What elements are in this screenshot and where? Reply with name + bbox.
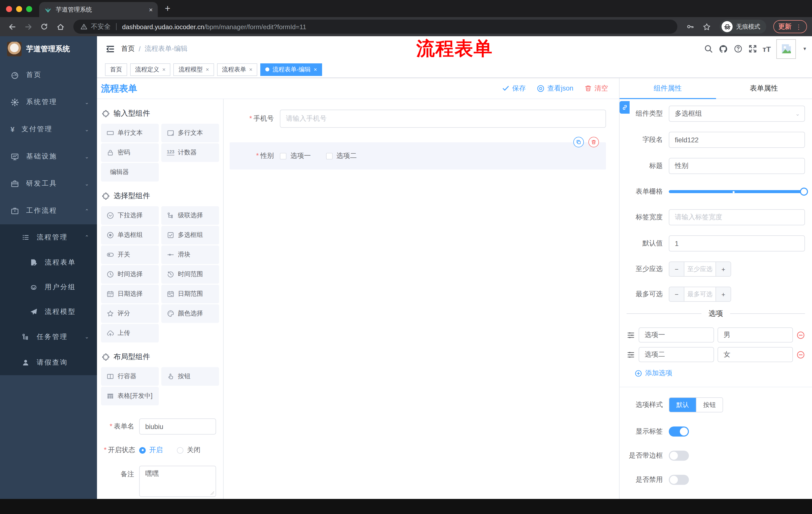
caret-down-icon[interactable]: ▼	[803, 46, 807, 51]
palette-item-时间范围[interactable]: 时间范围	[161, 265, 219, 283]
tag-流程定义[interactable]: 流程定义×	[130, 63, 171, 76]
minus-icon[interactable]: −	[669, 262, 684, 276]
fullscreen-icon[interactable]	[748, 44, 757, 53]
maximize-window-button[interactable]	[26, 6, 32, 12]
status-radio-off[interactable]: 关闭	[177, 445, 201, 455]
sidebar-item-研发工具[interactable]: 研发工具⌄	[0, 170, 97, 197]
form-name-input[interactable]: biubiu	[139, 418, 216, 435]
browser-tab[interactable]: 芋道管理系统 ×	[39, 2, 158, 17]
sidebar-fold-icon[interactable]	[106, 44, 115, 54]
sidebar-item-用户分组[interactable]: 用户分组	[0, 275, 97, 299]
palette-item-开关[interactable]: 开关	[101, 245, 159, 264]
sidebar-item-请假查询[interactable]: 请假查询	[0, 350, 97, 375]
checkbox-icon[interactable]	[326, 153, 332, 159]
checkbox-icon[interactable]	[280, 153, 286, 159]
option-name-input[interactable]: 选项二	[639, 347, 714, 362]
palette-item-按钮[interactable]: 按钮	[161, 367, 219, 386]
title-input[interactable]: 性别	[669, 158, 805, 174]
option-name-input[interactable]: 选项一	[639, 327, 714, 343]
clear-button[interactable]: 清空	[584, 84, 608, 93]
new-tab-button[interactable]: +	[165, 3, 170, 14]
form-grid-slider[interactable]	[669, 188, 805, 196]
option-style-button[interactable]: 按钮	[696, 398, 723, 412]
palette-item-计数器[interactable]: 123计数器	[161, 143, 219, 162]
copy-component-button[interactable]	[573, 137, 584, 147]
forward-icon[interactable]	[21, 20, 35, 34]
palette-item-上传[interactable]: 上传	[101, 324, 159, 343]
plus-icon[interactable]: +	[716, 287, 731, 301]
sidebar-logo[interactable]: 芋道管理系统	[0, 36, 97, 61]
remove-option-button[interactable]	[796, 350, 805, 359]
sidebar-item-流程管理[interactable]: 流程管理⌃	[0, 224, 97, 250]
toggle-是否带边框[interactable]	[669, 451, 689, 461]
url-bar[interactable]: 不安全 dashboard.yudao.iocoder.cn/bpm/manag…	[74, 20, 677, 34]
tab-close-icon[interactable]: ×	[149, 6, 153, 13]
field-name-input[interactable]: field122	[669, 132, 805, 148]
option-style-segmented[interactable]: 默认按钮	[669, 397, 723, 412]
palette-item-编辑器[interactable]: 编辑器	[101, 163, 159, 182]
form-canvas[interactable]: 手机号 请输入手机号	[224, 99, 619, 499]
gender-option-2[interactable]: 选项二	[326, 152, 357, 160]
delete-component-button[interactable]	[588, 137, 599, 147]
phone-input[interactable]: 请输入手机号	[280, 110, 606, 128]
minimize-window-button[interactable]	[16, 6, 22, 12]
palette-item-单行文本[interactable]: 单行文本	[101, 124, 159, 142]
palette-item-单选框组[interactable]: 单选框组	[101, 226, 159, 244]
close-window-button[interactable]	[6, 6, 12, 12]
close-icon[interactable]: ×	[314, 66, 317, 73]
sidebar-item-首页[interactable]: 首页	[0, 61, 97, 88]
sidebar-item-流程模型[interactable]: 流程模型	[0, 299, 97, 324]
breadcrumb-home[interactable]: 首页	[121, 44, 135, 53]
tag-首页[interactable]: 首页	[105, 63, 127, 76]
tag-流程模型[interactable]: 流程模型×	[174, 63, 214, 76]
selected-component-block[interactable]: 性别 选项一 选项二	[230, 142, 606, 169]
update-button[interactable]: 更新 ⋮	[773, 20, 807, 33]
palette-item-日期选择[interactable]: 日期选择	[101, 285, 159, 303]
slider-handle[interactable]	[800, 188, 808, 196]
palette-item-行容器[interactable]: 行容器	[101, 367, 159, 386]
palette-item-日期范围[interactable]: 日期范围	[161, 285, 219, 303]
reload-icon[interactable]	[37, 20, 51, 34]
save-button[interactable]: 保存	[502, 84, 526, 93]
plus-icon[interactable]: +	[716, 262, 731, 276]
tag-流程表单[interactable]: 流程表单×	[217, 63, 258, 76]
avatar[interactable]	[776, 39, 796, 59]
font-size-icon[interactable]: ᴛT	[762, 45, 771, 53]
help-icon[interactable]	[733, 44, 743, 53]
close-icon[interactable]: ×	[162, 66, 166, 73]
link-icon[interactable]	[619, 101, 630, 114]
toggle-是否禁用[interactable]	[669, 475, 689, 485]
sidebar-item-任务管理[interactable]: 任务管理⌄	[0, 324, 97, 350]
palette-item-时间选择[interactable]: 时间选择	[101, 265, 159, 283]
home-icon[interactable]	[53, 20, 67, 34]
view-json-button[interactable]: 查看json	[536, 84, 573, 93]
remove-option-button[interactable]	[796, 331, 805, 339]
palette-item-评分[interactable]: 评分	[101, 304, 159, 323]
palette-item-级联选择[interactable]: 级联选择	[161, 206, 219, 225]
min-select-stepper[interactable]: −至少应选+	[669, 262, 731, 277]
option-value-input[interactable]: 女	[718, 347, 793, 362]
close-icon[interactable]: ×	[206, 66, 209, 73]
option-value-input[interactable]: 男	[718, 327, 793, 343]
github-icon[interactable]	[718, 44, 728, 54]
slider-track[interactable]	[669, 190, 804, 193]
palette-item-滑块[interactable]: 滑块	[161, 245, 219, 264]
max-select-placeholder[interactable]: 最多可选	[684, 287, 716, 301]
drag-icon[interactable]	[627, 350, 635, 359]
drag-icon[interactable]	[627, 331, 635, 339]
phone-field-row[interactable]: 手机号 请输入手机号	[230, 110, 606, 128]
tab-component-props[interactable]: 组件属性	[619, 78, 716, 99]
sidebar-item-流程表单[interactable]: 流程表单	[0, 250, 97, 275]
palette-item-多行文本[interactable]: 多行文本	[161, 124, 219, 142]
sidebar-item-基础设施[interactable]: 基础设施⌄	[0, 143, 97, 170]
close-icon[interactable]: ×	[249, 66, 253, 73]
bookmark-star-icon[interactable]	[699, 20, 714, 34]
component-type-select[interactable]: 多选框组⌄	[669, 106, 805, 122]
sidebar-item-工作流程[interactable]: 工作流程⌃	[0, 197, 97, 224]
tag-流程表单-编辑[interactable]: 流程表单-编辑×	[261, 63, 322, 76]
option-style-default[interactable]: 默认	[669, 398, 696, 412]
palette-item-下拉选择[interactable]: 下拉选择	[101, 206, 159, 225]
key-icon[interactable]	[684, 20, 697, 34]
window-controls[interactable]	[0, 6, 39, 17]
search-icon[interactable]	[704, 44, 713, 53]
